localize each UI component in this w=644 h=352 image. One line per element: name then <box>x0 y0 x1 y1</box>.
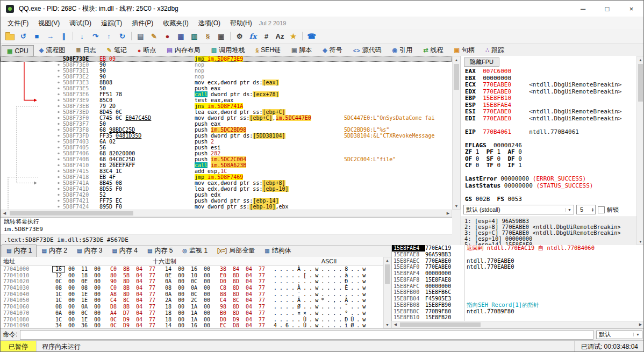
run-until-return-icon[interactable]: ↑ <box>102 30 116 42</box>
scroll-left-icon[interactable]: ◀ <box>1 210 8 217</box>
disasm-row[interactable]: 5D8F7424895D F0mov dword ptr ss:[ebp-10]… <box>1 204 452 210</box>
tab-struct[interactable]: ▥结构体 <box>260 245 296 257</box>
scroll-down-icon[interactable]: ▼ <box>384 322 391 328</box>
disasm-row[interactable]: 5D8F7421FF75 ECpush dword ptr ss:[ebp-14… <box>1 198 452 204</box>
log-icon[interactable]: ▤ <box>134 30 147 42</box>
menu-trace[interactable]: 追踪(T) <box>96 18 127 29</box>
stack-row[interactable]: 15E8FAFC00000000 <box>392 283 464 290</box>
tab-dump-4[interactable]: ▤内存 4 <box>107 245 142 257</box>
disasm-row[interactable]: 5D8F73FDFF35 0481D35Dpush dword ptr ds:[… <box>1 133 452 139</box>
tab-threads[interactable]: ⇄线程 <box>418 44 448 57</box>
stack-hscrollbar[interactable]: ◀ ▶ <box>391 321 644 328</box>
disasm-row[interactable]: 5D8F740B68 04C0C25Dpush im.5DC2C0045DC2C… <box>1 156 452 162</box>
disasm-row[interactable]: 5D8F740556push esi <box>1 145 452 150</box>
tab-trace[interactable]: ∴跟踪 <box>480 44 510 57</box>
minimize-button[interactable]: ─ <box>571 1 595 17</box>
settings-icon[interactable]: ⚙ <box>233 30 246 42</box>
disasm-row[interactable]: 5D8F73E090nop <box>1 62 452 68</box>
tab-source[interactable]: <>源代码 <box>348 44 387 57</box>
help-phone-icon[interactable]: ☎ <box>305 30 318 42</box>
disasm-row[interactable]: 5D8F73E190nop <box>1 68 452 74</box>
dump-row[interactable]: 770410401C001E00A88D04770A000C00888D0477… <box>1 291 383 298</box>
register-line[interactable]: LastStatus 00000000 (STATUS_SUCCESS) <box>465 183 621 190</box>
menu-help[interactable]: 帮助(H) <box>225 18 257 29</box>
stack-row[interactable]: 15E8FB1015E8FB20 <box>392 314 464 321</box>
disasm-row[interactable]: 5D8F73E550push eax <box>1 85 452 91</box>
dump-row[interactable]: 770410501C001E00C48C04772A002C00C48C0477… <box>1 297 383 304</box>
command-profile-select[interactable]: 默认 ▼ <box>596 331 642 339</box>
scroll-up-icon[interactable]: ▲ <box>637 56 644 63</box>
pause-icon[interactable]: ∥ <box>57 30 70 42</box>
stack-row[interactable]: 15E8FAF815E8FAE8 <box>392 277 464 283</box>
scroll-up-icon[interactable]: ▲ <box>384 257 391 263</box>
strings-icon[interactable]: Az <box>273 30 287 42</box>
register-line[interactable]: EIP 770B4061 ntdll.770B4061 <box>465 129 621 136</box>
stack-row[interactable]: 15E8FAF400000000 <box>392 270 464 277</box>
disasm-row[interactable]: 5D8F7418EB 4Fjmp im.5D8F7469 <box>1 174 452 180</box>
disasm-row[interactable]: 5D8F741A8B45 08mov eax,dword ptr ss:[ebp… <box>1 180 452 186</box>
open-file-icon[interactable] <box>3 30 17 42</box>
animate-icon[interactable]: ↻ <box>116 30 129 42</box>
dump-row[interactable]: 770410200C000E00908D04770A000C00D08D0477… <box>1 278 383 285</box>
scroll-right-icon[interactable]: ▶ <box>637 321 644 328</box>
script-icon[interactable]: ▣ <box>214 30 228 42</box>
disasm-row[interactable]: 5D8F73F868 98BDC25Dpush im.5DC2BD985DC2B… <box>1 127 452 133</box>
hide-fpu-button[interactable]: 隐藏FPU <box>464 58 499 67</box>
scroll-up-icon[interactable]: ▲ <box>453 56 460 63</box>
notes-icon[interactable]: ✎ <box>147 30 161 42</box>
stack-row[interactable]: 15E8FB0015E8FB6C <box>392 289 464 296</box>
tab-breakpoints[interactable]: ●断点 <box>132 44 162 57</box>
favourites-star-icon[interactable]: ★ <box>287 30 300 42</box>
scroll-down-icon[interactable]: ▼ <box>453 203 460 209</box>
memory-map-icon[interactable]: ▦ <box>174 30 188 42</box>
disasm-hscroll-thumb[interactable] <box>10 211 133 215</box>
tab-dump-1[interactable]: ▤内存 1 <box>2 245 37 257</box>
disasm-row[interactable]: 5D8F73DEEB 09jmp im.5D8F73E9 <box>1 56 452 62</box>
step-over-icon[interactable]: ↷ <box>89 30 102 42</box>
registers-vscrollbar[interactable]: ▲ ▼ <box>636 56 644 245</box>
patches-icon[interactable]: # <box>260 30 273 42</box>
disasm-row[interactable]: 5D8F7410E8 26EEFAFFcall im.5D8A623B <box>1 162 452 168</box>
unlock-checkbox[interactable]: 解锁 <box>598 206 619 214</box>
tab-symbols[interactable]: ◈符号 <box>317 44 347 57</box>
tab-references[interactable]: ◉引用 <box>387 44 418 57</box>
dump-vscrollbar[interactable]: ▲ ▼ <box>383 257 391 328</box>
tab-locals[interactable]: [x=]局部变量 <box>212 245 260 257</box>
menu-view[interactable]: 视图(V) <box>33 18 65 29</box>
stack-comment-row[interactable]: ntdll.770EABE0 <box>464 264 644 270</box>
call-stack-icon[interactable]: ▥ <box>188 30 201 42</box>
disasm-row[interactable]: 5D8F73F0C745 0C E047C45Dmov dword ptr ss… <box>1 115 452 121</box>
disasm-row[interactable]: 5D8F73E290nop <box>1 74 452 80</box>
tab-graph[interactable]: ◆流程图 <box>34 44 70 57</box>
disasm-row[interactable]: 5D8F740668 82020000push 282 <box>1 150 452 156</box>
tab-notes[interactable]: ✎笔记 <box>101 44 132 57</box>
stack-comment-row[interactable] <box>464 314 644 321</box>
menu-file[interactable]: 文件(F) <box>3 18 33 29</box>
command-input[interactable] <box>20 330 593 340</box>
dump-row[interactable]: 7704100016001100C08B04771400160038840477… <box>1 266 383 272</box>
dump-row[interactable]: 7704101012001800805B04770E001000E08D0477… <box>1 272 383 279</box>
tab-dump-2[interactable]: ▤内存 2 <box>37 245 71 257</box>
tab-dump-3[interactable]: ▤内存 3 <box>72 245 107 257</box>
calling-convention-select[interactable]: 默认 (stdcall) ▼ <box>463 205 574 214</box>
registers-vscroll-thumb[interactable] <box>638 64 643 102</box>
seh-chain-icon[interactable]: § <box>201 30 214 42</box>
run-icon[interactable]: → <box>44 30 57 42</box>
register-line[interactable]: GS 002B FS 0053 <box>465 196 621 203</box>
dump-row[interactable]: 770410801C001E000CD9047718001A00D0D90477… <box>1 317 383 323</box>
disasm-row[interactable]: 5D8F74036A 02push 2 <box>1 139 452 145</box>
menu-favourites[interactable]: 收藏夹(I) <box>158 18 193 29</box>
stack-row[interactable]: 15E8FAE4770EAC19 <box>392 245 464 252</box>
dump-row[interactable]: 77041090340036000CD9047714001600ECD80477… <box>1 322 383 328</box>
tab-cpu[interactable]: ▦CPU <box>2 45 34 57</box>
stop-icon[interactable]: ■ <box>30 30 44 42</box>
disasm-row[interactable]: 5D8F73E6FF51 78call dword ptr ds:[ecx+78… <box>1 91 452 97</box>
dump-vscroll-thumb[interactable] <box>385 264 390 284</box>
maximize-button[interactable]: □ <box>595 1 619 17</box>
dump-row[interactable]: 770410700A000C00A4D7047718001A00B08D0477… <box>1 310 383 317</box>
stack-row[interactable]: 15E8FAF0770EABE0 <box>392 264 464 270</box>
disasm-row[interactable]: 5D8F73EB79 2Djns im.5D8F741A <box>1 103 452 109</box>
disasm-row[interactable]: 5D8F73F750push eax <box>1 121 452 127</box>
menu-options[interactable]: 选项(O) <box>194 18 225 29</box>
calculator-fx-icon[interactable]: fx <box>246 30 260 42</box>
